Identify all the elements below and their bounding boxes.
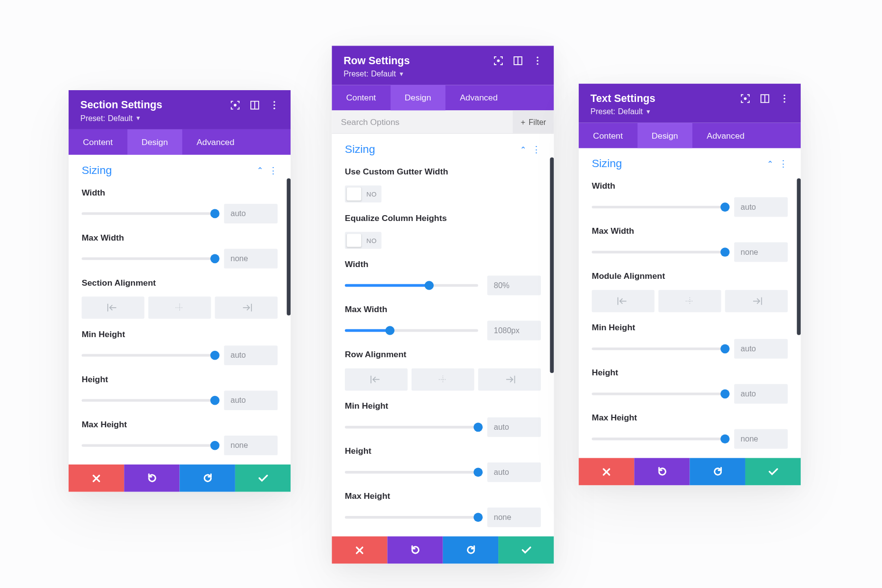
panel-header: Text Settings Preset: Default ▼ — [579, 84, 801, 123]
max-width-slider[interactable] — [592, 251, 725, 253]
focus-icon[interactable] — [494, 56, 503, 66]
panel-title: Text Settings — [590, 93, 655, 104]
redo-button[interactable] — [443, 536, 498, 564]
align-center-button[interactable] — [659, 290, 721, 312]
tab-advanced[interactable]: Advanced — [692, 123, 759, 148]
save-button[interactable] — [235, 465, 291, 492]
width-value[interactable]: 80% — [487, 276, 540, 295]
scrollbar[interactable] — [550, 157, 554, 373]
align-center-button[interactable] — [412, 368, 474, 391]
min-height-slider[interactable] — [592, 347, 725, 350]
scrollbar[interactable] — [287, 178, 291, 316]
max-width-label: Max Width — [345, 304, 541, 314]
tab-design[interactable]: Design — [391, 85, 446, 110]
min-height-value[interactable]: auto — [734, 339, 787, 359]
tab-advanced[interactable]: Advanced — [445, 85, 512, 110]
group-sizing-heading[interactable]: Sizing — [345, 143, 375, 156]
panel-title: Row Settings — [343, 55, 410, 67]
width-slider[interactable] — [345, 284, 478, 287]
svg-point-4 — [273, 104, 275, 106]
save-button[interactable] — [498, 536, 554, 564]
min-height-slider[interactable] — [345, 426, 478, 428]
max-width-slider[interactable] — [82, 257, 215, 260]
undo-button[interactable] — [387, 536, 442, 564]
width-value[interactable]: auto — [224, 204, 277, 223]
min-height-slider[interactable] — [82, 354, 215, 356]
max-width-value[interactable]: none — [224, 249, 277, 269]
close-button[interactable] — [69, 465, 124, 492]
gutter-toggle[interactable]: NO — [345, 186, 382, 203]
preset-dropdown[interactable]: Preset: Default ▼ — [590, 107, 789, 117]
max-height-slider[interactable] — [592, 438, 725, 440]
search-bar: + Filter — [332, 110, 554, 134]
tab-advanced[interactable]: Advanced — [182, 129, 249, 155]
max-height-value[interactable]: none — [224, 436, 277, 455]
kebab-menu-icon[interactable] — [780, 94, 789, 103]
width-slider[interactable] — [592, 206, 725, 208]
max-height-slider[interactable] — [345, 516, 478, 518]
max-height-label: Max Height — [345, 491, 541, 501]
equalize-toggle[interactable]: NO — [345, 232, 382, 249]
svg-point-0 — [234, 104, 236, 106]
search-input[interactable] — [332, 110, 513, 133]
undo-button[interactable] — [634, 458, 689, 485]
preset-dropdown[interactable]: Preset: Default ▼ — [343, 69, 542, 78]
align-right-button[interactable] — [725, 290, 788, 312]
align-right-button[interactable] — [478, 368, 541, 391]
columns-icon[interactable] — [514, 56, 523, 66]
collapse-icon[interactable]: ⌃ — [257, 166, 263, 175]
svg-point-33 — [784, 101, 785, 102]
height-value[interactable]: auto — [487, 463, 540, 482]
max-width-value[interactable]: 1080px — [487, 321, 540, 341]
max-width-slider[interactable] — [345, 329, 478, 332]
height-value[interactable]: auto — [734, 384, 787, 404]
tab-design[interactable]: Design — [637, 123, 692, 148]
close-button[interactable] — [579, 458, 634, 485]
tab-content[interactable]: Content — [579, 123, 637, 148]
tab-content[interactable]: Content — [332, 85, 390, 110]
row-settings-panel: Row Settings Preset: Default ▼ Content D… — [332, 46, 554, 564]
align-left-button[interactable] — [82, 296, 145, 318]
height-value[interactable]: auto — [224, 391, 277, 410]
kebab-menu-icon[interactable] — [533, 56, 542, 66]
align-right-button[interactable] — [215, 296, 278, 318]
group-sizing-heading[interactable]: Sizing — [592, 157, 622, 171]
group-kebab-icon[interactable]: ⋮ — [269, 166, 278, 175]
kebab-menu-icon[interactable] — [270, 100, 279, 110]
min-height-value[interactable]: auto — [487, 417, 540, 437]
width-value[interactable]: auto — [734, 197, 787, 217]
redo-button[interactable] — [180, 465, 235, 492]
max-width-value[interactable]: none — [734, 243, 787, 262]
columns-icon[interactable] — [250, 100, 260, 110]
group-kebab-icon[interactable]: ⋮ — [532, 145, 541, 154]
focus-icon[interactable] — [741, 94, 750, 103]
collapse-icon[interactable]: ⌃ — [520, 145, 526, 154]
columns-icon[interactable] — [760, 94, 770, 103]
preset-dropdown[interactable]: Preset: Default ▼ — [80, 114, 279, 123]
close-button[interactable] — [332, 536, 387, 564]
max-height-value[interactable]: none — [734, 429, 787, 449]
scrollbar[interactable] — [797, 178, 801, 335]
filter-button[interactable]: + Filter — [513, 110, 554, 133]
undo-button[interactable] — [124, 465, 179, 492]
collapse-icon[interactable]: ⌃ — [767, 159, 773, 169]
height-slider[interactable] — [82, 399, 215, 401]
align-left-button[interactable] — [592, 290, 655, 312]
redo-button[interactable] — [690, 458, 745, 485]
width-slider[interactable] — [82, 212, 215, 215]
align-left-button[interactable] — [345, 368, 408, 391]
text-settings-panel: Text Settings Preset: Default ▼ Content … — [579, 84, 801, 486]
max-height-slider[interactable] — [82, 444, 215, 446]
tab-design[interactable]: Design — [127, 129, 182, 155]
save-button[interactable] — [745, 458, 801, 485]
height-slider[interactable] — [592, 392, 725, 395]
group-sizing-heading[interactable]: Sizing — [82, 164, 112, 177]
focus-icon[interactable] — [231, 100, 240, 110]
plus-icon: + — [521, 117, 525, 126]
group-kebab-icon[interactable]: ⋮ — [779, 159, 788, 169]
align-center-button[interactable] — [148, 296, 211, 318]
height-slider[interactable] — [345, 471, 478, 473]
tab-content[interactable]: Content — [69, 129, 127, 155]
max-height-value[interactable]: none — [487, 508, 540, 527]
min-height-value[interactable]: auto — [224, 345, 277, 365]
